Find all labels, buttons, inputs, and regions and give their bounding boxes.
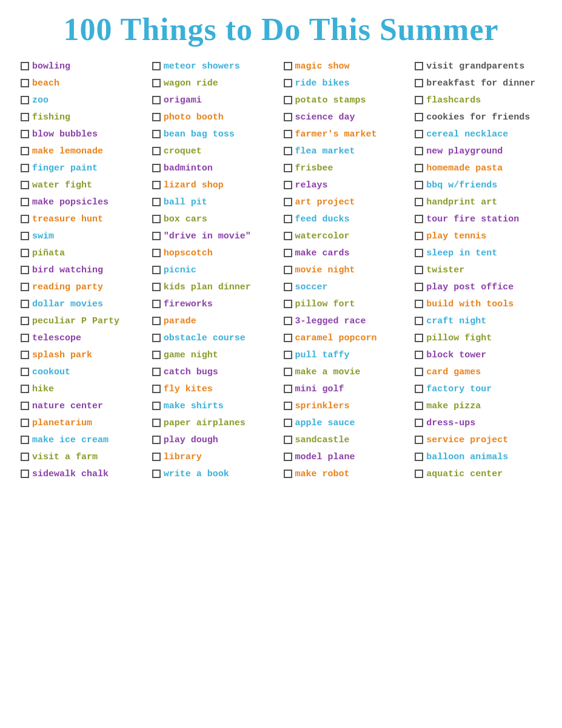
checkbox[interactable] [284,79,292,87]
checkbox[interactable] [284,283,292,291]
checkbox[interactable] [152,79,161,87]
checkbox[interactable] [21,334,29,342]
checkbox[interactable] [284,249,292,257]
checkbox[interactable] [415,402,423,410]
checkbox[interactable] [284,402,292,410]
checkbox[interactable] [152,317,161,325]
checkbox[interactable] [415,181,423,189]
checkbox[interactable] [415,317,423,325]
checkbox[interactable] [284,385,292,393]
checkbox[interactable] [284,266,292,274]
checkbox[interactable] [152,130,161,138]
checkbox[interactable] [284,317,292,325]
checkbox[interactable] [21,419,29,427]
checkbox[interactable] [21,453,29,461]
checkbox[interactable] [284,130,292,138]
checkbox[interactable] [284,470,292,478]
checkbox[interactable] [152,436,161,444]
checkbox[interactable] [415,266,423,274]
checkbox[interactable] [21,351,29,359]
checkbox[interactable] [284,453,292,461]
checkbox[interactable] [21,283,29,291]
checkbox[interactable] [284,334,292,342]
checkbox[interactable] [21,96,29,104]
checkbox[interactable] [284,113,292,121]
checkbox[interactable] [415,113,423,121]
checkbox[interactable] [152,334,161,342]
checkbox[interactable] [21,232,29,240]
checkbox[interactable] [415,283,423,291]
checkbox[interactable] [152,368,161,376]
checkbox[interactable] [21,436,29,444]
checkbox[interactable] [21,385,29,393]
checkbox[interactable] [152,266,161,274]
checkbox[interactable] [152,147,161,155]
checkbox[interactable] [21,198,29,206]
checkbox[interactable] [415,79,423,87]
checkbox[interactable] [415,62,423,70]
checkbox[interactable] [152,453,161,461]
checkbox[interactable] [415,385,423,393]
checkbox[interactable] [21,164,29,172]
checkbox[interactable] [21,215,29,223]
checkbox[interactable] [21,249,29,257]
checkbox[interactable] [284,436,292,444]
checkbox[interactable] [284,351,292,359]
checkbox[interactable] [415,300,423,308]
checkbox[interactable] [21,266,29,274]
checkbox[interactable] [415,130,423,138]
checkbox[interactable] [152,232,161,240]
checkbox[interactable] [21,113,29,121]
checkbox[interactable] [284,232,292,240]
checkbox[interactable] [152,300,161,308]
checkbox[interactable] [284,96,292,104]
checkbox[interactable] [415,368,423,376]
checkbox[interactable] [21,62,29,70]
checkbox[interactable] [284,300,292,308]
checkbox[interactable] [284,215,292,223]
checkbox[interactable] [415,215,423,223]
checkbox[interactable] [21,317,29,325]
checkbox[interactable] [284,181,292,189]
checkbox[interactable] [21,130,29,138]
checkbox[interactable] [21,368,29,376]
checkbox[interactable] [21,300,29,308]
checkbox[interactable] [152,470,161,478]
checkbox[interactable] [152,96,161,104]
checkbox[interactable] [284,198,292,206]
checkbox[interactable] [284,164,292,172]
checkbox[interactable] [415,351,423,359]
checkbox[interactable] [415,96,423,104]
checkbox[interactable] [21,147,29,155]
checkbox[interactable] [152,181,161,189]
checkbox[interactable] [284,419,292,427]
checkbox[interactable] [152,249,161,257]
checkbox[interactable] [284,147,292,155]
checkbox[interactable] [415,334,423,342]
checkbox[interactable] [152,419,161,427]
checkbox[interactable] [21,470,29,478]
checkbox[interactable] [152,385,161,393]
checkbox[interactable] [284,62,292,70]
checkbox[interactable] [152,62,161,70]
checkbox[interactable] [415,164,423,172]
checkbox[interactable] [21,181,29,189]
checkbox[interactable] [415,436,423,444]
checkbox[interactable] [152,113,161,121]
checkbox[interactable] [21,79,29,87]
checkbox[interactable] [415,453,423,461]
checkbox[interactable] [415,232,423,240]
checkbox[interactable] [415,147,423,155]
checkbox[interactable] [415,249,423,257]
checkbox[interactable] [284,368,292,376]
checkbox[interactable] [152,351,161,359]
checkbox[interactable] [152,198,161,206]
checkbox[interactable] [415,198,423,206]
checkbox[interactable] [415,470,423,478]
checkbox[interactable] [152,402,161,410]
checkbox[interactable] [152,164,161,172]
checkbox[interactable] [152,283,161,291]
checkbox[interactable] [21,402,29,410]
checkbox[interactable] [415,419,423,427]
checkbox[interactable] [152,215,161,223]
